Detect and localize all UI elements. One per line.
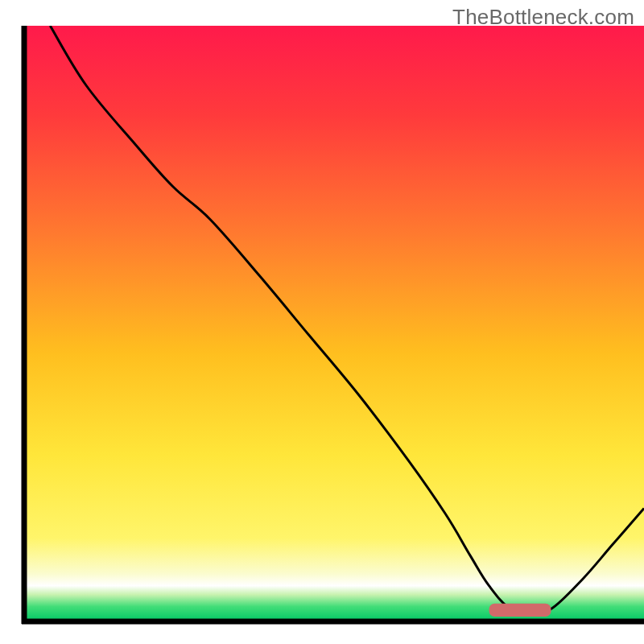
chart-svg [0,0,644,644]
plot-background [24,26,644,621]
watermark-text: TheBottleneck.com [452,5,634,30]
optimal-zone-marker [489,604,551,617]
chart-stage: TheBottleneck.com [0,0,644,644]
